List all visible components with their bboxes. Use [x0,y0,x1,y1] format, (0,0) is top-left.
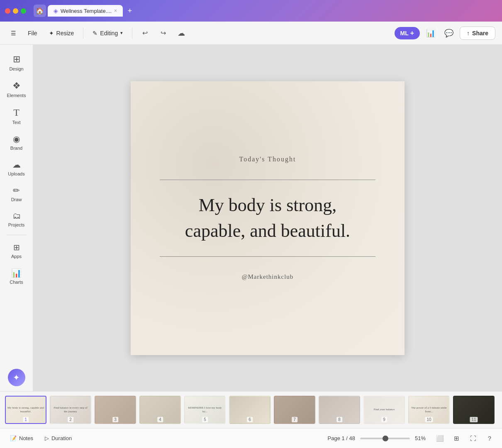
sidebar-item-label: Elements [7,93,26,98]
page-thumb-5[interactable]: REMINDER I love my body by...5 [184,396,226,424]
sidebar-item-label: Projects [8,222,25,227]
page-strip[interactable]: My body is strong, capable and beautiful… [0,392,502,428]
tab-bar: 🏠 ◈ Wellness Template.... × + [34,5,135,17]
duration-icon: ▷ [45,435,49,441]
redo-button[interactable]: ↪ [156,26,171,41]
notes-label: Notes [19,435,33,441]
text-icon: T [13,107,19,118]
page-thumb-10[interactable]: The power of a 5 minute smile from...10 [408,396,450,424]
resize-button[interactable]: ✦ Resize [45,27,78,39]
sidebar-item-label: Uploads [8,171,24,176]
page-number-5: 5 [202,417,208,422]
page-number-3: 3 [112,417,118,422]
sidebar-divider [7,235,27,235]
duration-label: Duration [51,435,72,441]
sidebar: ⊞ Design ❖ Elements T Text ◉ Brand ☁ Upl… [0,45,33,391]
stats-button[interactable]: 📊 [423,26,438,41]
tab-title: Wellness Template.... [61,8,112,14]
maximize-button[interactable] [21,8,26,14]
active-tab[interactable]: ◈ Wellness Template.... × [48,5,123,17]
sidebar-item-elements[interactable]: ❖ Elements [2,76,32,102]
page-thumb-9[interactable]: Find your balance9 [363,396,405,424]
undo-button[interactable]: ↩ [137,26,152,41]
uploads-icon: ☁ [12,160,21,170]
share-button[interactable]: ↑ Share [460,27,495,40]
canvas-subtitle: Today's Thought [147,156,388,163]
page-number-10: 10 [425,417,433,422]
zoom-slider[interactable] [360,438,410,439]
tab-close-icon[interactable]: × [114,8,117,14]
toolbar-divider-1 [83,27,83,39]
editing-icon: ✎ [93,30,97,37]
minimize-button[interactable] [13,8,18,14]
menu-icon: ☰ [11,30,16,37]
file-button[interactable]: File [24,27,41,39]
zoom-track[interactable] [360,438,410,439]
notes-button[interactable]: 📝 Notes [7,433,37,443]
sidebar-item-charts[interactable]: 📊 Charts [2,264,32,289]
charts-icon: 📊 [11,268,22,278]
draw-icon: ✏ [13,185,20,195]
apps-icon: ⊞ [13,243,20,252]
sidebar-item-label: Design [9,66,23,71]
chevron-down-icon: ▾ [120,30,123,36]
page-number-9: 9 [381,417,387,422]
canvas-quote[interactable]: My body is strong, capable, and beautifu… [160,180,375,256]
new-tab-button[interactable]: + [124,5,135,16]
design-icon: ⊞ [13,54,20,65]
page-thumb-4[interactable]: 4 [139,396,181,424]
share-icon: ↑ [467,30,470,37]
page-number-11: 11 [470,417,478,422]
help-button[interactable]: ? [484,433,495,444]
menu-button[interactable]: ☰ [7,27,20,39]
traffic-lights [5,8,26,14]
page-thumb-3[interactable]: 3 [95,396,136,424]
canvas-handle: @Markethinkclub [147,273,388,280]
brand-icon: ◉ [13,134,20,144]
page-number-7: 7 [292,417,297,422]
tab-favicon: ◈ [54,7,58,14]
canvas-wrap: Today's Thought My body is strong, capab… [131,81,405,355]
duration-button[interactable]: ▷ Duration [41,433,75,443]
comments-button[interactable]: 💬 [441,26,456,41]
sidebar-item-uploads[interactable]: ☁ Uploads [2,156,32,180]
ml-button[interactable]: ML + [395,27,420,39]
sidebar-bottom: ✦ [8,365,25,386]
sidebar-item-apps[interactable]: ⊞ Apps [2,239,32,263]
canvas-content: Today's Thought My body is strong, capab… [131,139,405,297]
fullscreen-button[interactable]: ⛶ [467,433,479,444]
bottom-toolbar: 📝 Notes ▷ Duration Page 1 / 48 51% ⬜ ⊞ ⛶… [0,428,502,448]
home-tab-icon[interactable]: 🏠 [34,5,46,17]
page-number-6: 6 [247,417,253,422]
sidebar-item-draw[interactable]: ✏ Draw [2,181,32,206]
magic-button[interactable]: ✦ [8,369,25,386]
resize-icon: ✦ [49,30,54,37]
grid-view-button[interactable]: ⊞ [451,433,462,444]
page-thumb-11[interactable]: 11 [453,396,495,424]
single-page-view-button[interactable]: ⬜ [434,433,446,444]
zoom-thumb[interactable] [383,436,388,441]
sidebar-item-design[interactable]: ⊞ Design [2,50,32,75]
sidebar-item-brand[interactable]: ◉ Brand [2,130,32,155]
sidebar-item-label: Draw [11,197,22,202]
title-bar: 🏠 ◈ Wellness Template.... × + [0,0,502,22]
cloud-save-button[interactable]: ☁ [174,26,189,41]
editing-button[interactable]: ✎ Editing ▾ [88,27,127,39]
sidebar-item-label: Text [12,120,20,125]
page-number-8: 8 [336,417,342,422]
sidebar-item-label: Apps [11,254,22,259]
page-thumb-1[interactable]: My body is strong, capable and beautiful… [5,396,46,424]
toolbar: ☰ File ✦ Resize ✎ Editing ▾ ↩ ↪ ☁ ML + 📊… [0,22,502,45]
page-thumb-8[interactable]: 8 [319,396,360,424]
canvas[interactable]: Today's Thought My body is strong, capab… [131,81,405,355]
close-button[interactable] [5,8,10,14]
sidebar-item-label: Charts [10,280,23,285]
page-thumb-7[interactable]: 7 [274,396,315,424]
toolbar-divider-2 [132,27,132,39]
zoom-value: 51% [415,435,429,441]
sidebar-item-label: Brand [10,146,22,151]
page-thumb-2[interactable]: Find balance in every step of the journe… [50,396,91,424]
sidebar-item-text[interactable]: T Text [2,103,32,129]
page-thumb-6[interactable]: 6 [229,396,270,424]
sidebar-item-projects[interactable]: 🗂 Projects [2,207,32,231]
